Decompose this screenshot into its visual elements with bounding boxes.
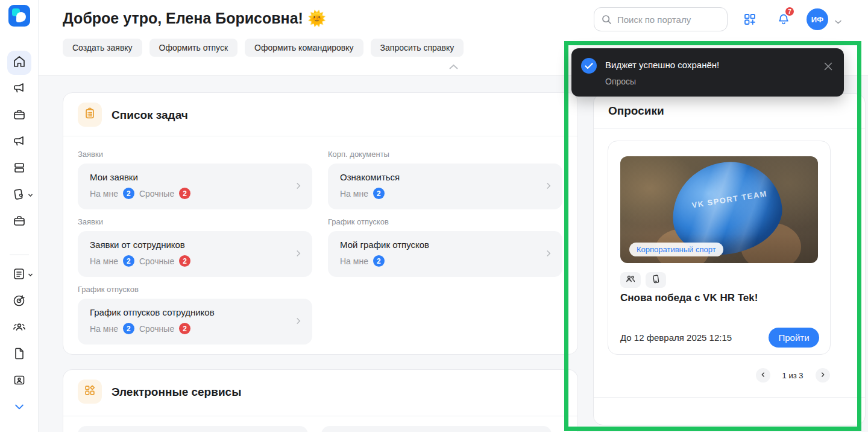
task-item-review-docs[interactable]: Ознакомиться На мне 2 [328, 164, 562, 209]
sidebar-item-work[interactable] [7, 104, 31, 128]
bell-icon [776, 18, 791, 28]
task-item-my-requests[interactable]: Мои заявки На мне 2 Срочные 2 [78, 164, 312, 209]
task-group-label: Заявки [78, 217, 103, 226]
chevron-down-icon [28, 193, 33, 197]
survey-device-chip [646, 272, 666, 288]
greeting-text: Доброе утро, Елена Борисовна! [63, 10, 303, 27]
task-item-employee-requests[interactable]: Заявки от сотрудников На мне 2 Срочные 2 [78, 231, 312, 277]
task-item-title: Мой график отпусков [340, 240, 550, 250]
task-item-meta: На мне 2 Срочные 2 [90, 188, 300, 199]
count-badge-blue: 2 [123, 188, 134, 199]
chevron-right-icon [293, 180, 304, 194]
survey-card: VK SPORT TEAM Корпоративный спорт Снова … [608, 141, 831, 355]
toast-title: Виджет успешно сохранён! [605, 60, 719, 70]
add-widget-button[interactable] [743, 12, 757, 29]
sidebar-item-announcements[interactable] [7, 77, 31, 101]
sidebar-item-widgets[interactable] [7, 157, 31, 181]
task-group-label: График отпусков [78, 285, 139, 294]
survey-deadline: До 12 февраля 2025 12:15 [620, 332, 732, 343]
quick-action-certificate[interactable]: Запросить справку [371, 39, 464, 57]
count-badge-blue: 2 [373, 188, 385, 199]
badge-label: На мне [90, 256, 118, 266]
task-item-meta: На мне 2 [340, 188, 550, 199]
count-badge-blue: 2 [373, 255, 385, 267]
task-item-meta: На мне 2 [340, 255, 550, 267]
badge-label: На мне [90, 189, 118, 199]
count-badge-red: 2 [179, 188, 190, 199]
divider [594, 128, 865, 129]
chevron-down-icon [13, 401, 25, 415]
services-card-title: Электронные сервисы [112, 386, 241, 399]
task-item-title: График отпусков сотрудников [90, 307, 300, 317]
services-card: Электронные сервисы [63, 369, 578, 432]
pagination-label: 1 из 3 [775, 371, 811, 380]
badge-label: На мне [340, 189, 368, 199]
profile-menu-chevron[interactable] [834, 16, 842, 27]
tasks-card-title: Список задач [112, 109, 188, 122]
sidebar-expand-button[interactable] [7, 396, 31, 420]
search-input[interactable] [594, 7, 728, 31]
service-tile[interactable] [321, 426, 552, 432]
sidebar-item-profile-badge[interactable] [7, 369, 31, 393]
grid-services-icon [83, 384, 96, 399]
close-icon [823, 63, 833, 73]
count-badge-blue: 2 [123, 323, 134, 334]
chevron-up-icon [448, 62, 459, 72]
portal-search [594, 7, 728, 31]
count-badge-blue: 2 [123, 255, 134, 267]
megaphone-icon [12, 81, 27, 98]
task-item-title: Ознакомиться [340, 172, 550, 182]
badge-label: Срочные [139, 256, 174, 266]
sidebar-item-benefits[interactable] [7, 183, 31, 208]
toast-close-button[interactable] [823, 62, 833, 74]
sidebar-item-files[interactable] [7, 343, 31, 367]
quick-action-vacation[interactable]: Оформить отпуск [149, 39, 237, 57]
divider [594, 397, 865, 398]
tasks-card: Список задач Заявки Мои заявки На мне 2 … [63, 92, 578, 355]
surveys-panel-title: Опросики [608, 104, 664, 118]
sidebar-item-goals[interactable] [7, 290, 31, 314]
widgets-add-icon [743, 18, 757, 28]
quick-action-create-request[interactable]: Создать заявку [63, 39, 142, 57]
survey-category-badge: Корпоративный спорт [629, 243, 723, 256]
card-heart-icon [12, 187, 27, 204]
surveys-panel: Опросики VK SPORT TEAM Корпоративный спо… [593, 94, 866, 425]
avatar[interactable]: ИФ [807, 8, 828, 30]
people-icon [626, 275, 635, 285]
task-group-label: Заявки [78, 150, 103, 159]
divider [63, 136, 577, 136]
megaphone-icon [12, 134, 27, 151]
task-item-my-vacation-schedule[interactable]: Мой график отпусков На мне 2 [328, 231, 562, 277]
sidebar-divider [10, 255, 29, 255]
app-logo[interactable] [8, 5, 30, 29]
chevron-down-icon [28, 273, 33, 277]
quick-action-business-trip[interactable]: Оформить командировку [245, 39, 363, 57]
task-item-employee-vacation-schedule[interactable]: График отпусков сотрудников На мне 2 Сро… [78, 299, 312, 345]
count-badge-red: 2 [179, 323, 190, 334]
chevron-right-icon [543, 180, 554, 194]
pagination-next-button[interactable] [816, 368, 830, 383]
pagination-prev-button[interactable] [756, 368, 770, 383]
notifications-badge: 7 [784, 6, 795, 17]
task-item-title: Заявки от сотрудников [90, 240, 300, 250]
badge-label: На мне [90, 324, 118, 334]
badge-label: Срочные [139, 324, 174, 334]
chevron-right-icon [293, 316, 304, 329]
collapse-quick-actions-button[interactable] [448, 62, 459, 73]
phone-icon [652, 275, 660, 286]
service-tile[interactable] [78, 426, 308, 432]
sidebar-item-home[interactable] [7, 51, 31, 75]
chevron-right-icon [819, 370, 826, 381]
task-group-label: График отпусков [328, 217, 389, 226]
portal-app: Доброе утро, Елена Борисовна! 🌞 Создать … [0, 0, 868, 432]
success-toast: Виджет успешно сохранён! Опросы [571, 48, 844, 97]
sidebar-item-services[interactable] [7, 210, 31, 234]
target-icon [12, 293, 27, 310]
survey-take-button[interactable]: Пройти [769, 328, 819, 348]
sidebar-item-team[interactable] [7, 316, 31, 340]
task-item-meta: На мне 2 Срочные 2 [90, 255, 300, 267]
search-icon [602, 14, 612, 27]
sidebar-item-news[interactable] [7, 130, 31, 154]
file-icon [12, 346, 27, 363]
sidebar-item-documents[interactable] [7, 263, 31, 287]
